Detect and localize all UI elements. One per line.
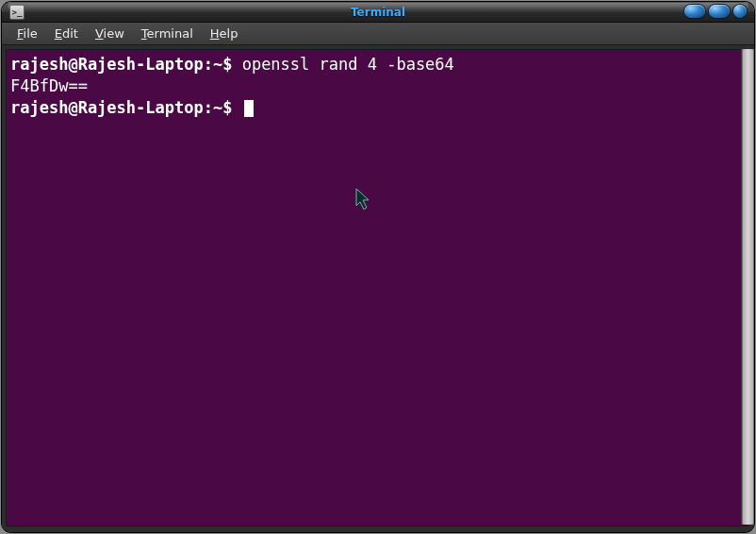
terminal-viewport[interactable]: rajesh@Rajesh-Laptop:~$ openssl rand 4 -… xyxy=(6,49,748,526)
menu-accel: E xyxy=(55,26,62,41)
menu-accel: V xyxy=(95,26,104,41)
menubar: File Edit View Terminal Help xyxy=(2,23,754,45)
menu-file[interactable]: File xyxy=(9,25,45,42)
menu-help[interactable]: Help xyxy=(203,25,246,42)
menu-accel: T xyxy=(141,26,147,41)
terminal-line: rajesh@Rajesh-Laptop:~$ openssl rand 4 -… xyxy=(10,54,744,75)
scrollbar-thumb[interactable] xyxy=(743,49,753,525)
minimize-button[interactable] xyxy=(684,5,705,18)
shell-output: F4BfDw== xyxy=(10,76,88,95)
vertical-scrollbar[interactable] xyxy=(741,49,754,525)
shell-command: openssl rand 4 -base64 xyxy=(242,55,454,74)
shell-prompt: rajesh@Rajesh-Laptop:~$ xyxy=(10,98,232,117)
window-controls xyxy=(684,5,747,18)
text-cursor xyxy=(244,100,254,117)
window-title: Terminal xyxy=(2,6,754,19)
terminal-line: F4BfDw== xyxy=(10,75,744,97)
maximize-button[interactable] xyxy=(709,5,730,18)
menu-accel: H xyxy=(210,26,220,41)
shell-prompt: rajesh@Rajesh-Laptop:~$ xyxy=(10,55,232,74)
terminal-window: >_ Terminal File Edit View Terminal Help… xyxy=(2,2,754,532)
terminal-app-icon: >_ xyxy=(9,5,25,20)
menu-view[interactable]: View xyxy=(88,25,132,42)
mouse-cursor-icon xyxy=(355,188,374,212)
menu-terminal[interactable]: Terminal xyxy=(134,25,201,42)
menu-edit[interactable]: Edit xyxy=(47,25,86,42)
terminal-line: rajesh@Rajesh-Laptop:~$ xyxy=(10,97,744,119)
terminal-container: rajesh@Rajesh-Laptop:~$ openssl rand 4 -… xyxy=(2,45,754,532)
menu-accel: F xyxy=(17,26,24,41)
close-button[interactable] xyxy=(733,5,747,18)
titlebar[interactable]: >_ Terminal xyxy=(2,2,754,23)
